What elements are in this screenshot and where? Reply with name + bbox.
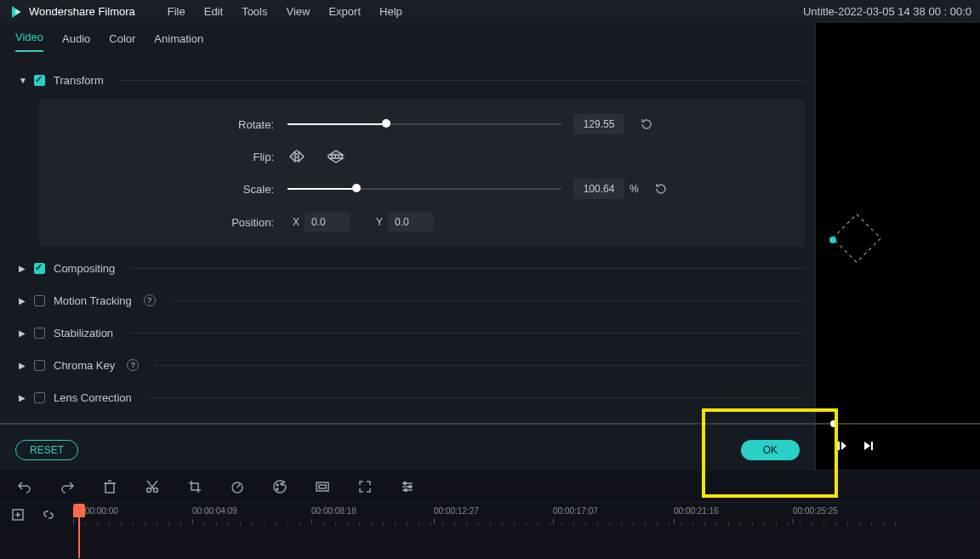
transform-checkbox[interactable] <box>34 75 45 86</box>
lens-correction-checkbox[interactable] <box>34 392 45 403</box>
timeline-tracks[interactable] <box>0 526 980 559</box>
step-forward-icon[interactable] <box>863 440 875 452</box>
play-icon[interactable] <box>835 440 847 452</box>
redo-icon[interactable] <box>60 479 75 494</box>
menu-export[interactable]: Export <box>328 5 361 18</box>
transform-card: Rotate: Flip: <box>39 99 805 247</box>
tab-animation[interactable]: Animation <box>154 32 203 52</box>
svg-rect-9 <box>871 442 873 450</box>
timeline-ruler[interactable]: 00:00:00:00 00:00:04:09 00:00:08:18 00:0… <box>0 502 980 526</box>
chroma-key-checkbox[interactable] <box>34 360 45 371</box>
position-y-label: Y <box>371 216 388 228</box>
svg-point-14 <box>276 484 278 486</box>
svg-marker-8 <box>864 442 870 450</box>
tab-video[interactable]: Video <box>15 31 43 52</box>
svg-point-20 <box>409 485 412 488</box>
tab-color[interactable]: Color <box>109 32 135 52</box>
preview-panel <box>815 23 980 470</box>
crop-icon[interactable] <box>187 479 202 494</box>
scale-label: Scale: <box>54 183 288 196</box>
speed-icon[interactable] <box>230 479 245 494</box>
chevron-right-icon[interactable]: ▶ <box>19 393 26 402</box>
scale-suffix: % <box>630 183 639 195</box>
svg-point-16 <box>276 488 278 490</box>
svg-point-5 <box>829 237 836 243</box>
svg-rect-6 <box>837 442 840 450</box>
properties-panel: Video Audio Color Animation ▼ Transform … <box>0 23 815 470</box>
ruler-tick: 00:00:12:27 <box>434 506 479 516</box>
app-logo-icon <box>9 4 24 20</box>
ruler-tick: 00:00:21:16 <box>674 506 719 516</box>
link-icon[interactable] <box>41 507 56 522</box>
reset-button[interactable]: RESET <box>15 440 78 460</box>
chevron-down-icon[interactable]: ▼ <box>19 76 26 85</box>
section-transform-label: Transform <box>54 74 104 87</box>
scale-slider[interactable] <box>288 187 561 191</box>
menu-tools[interactable]: Tools <box>242 5 267 18</box>
rotate-slider[interactable] <box>288 123 561 126</box>
section-compositing-label: Compositing <box>54 262 115 275</box>
section-motion-tracking-header[interactable]: ▶ Motion Tracking ? <box>19 284 805 317</box>
compositing-checkbox[interactable] <box>34 263 45 274</box>
ruler-tick: 00:00:04:09 <box>192 506 237 516</box>
ruler-tick: 00:00:25:25 <box>793 506 838 516</box>
section-motion-tracking-label: Motion Tracking <box>54 294 132 307</box>
cut-icon[interactable] <box>145 479 160 494</box>
svg-rect-4 <box>833 214 881 263</box>
property-tabs: Video Audio Color Animation <box>0 23 815 52</box>
section-transform-header[interactable]: ▼ Transform <box>19 64 805 96</box>
chevron-right-icon[interactable]: ▶ <box>19 264 26 273</box>
section-chroma-key-header[interactable]: ▶ Chroma Key ? <box>19 349 805 381</box>
scale-reset-icon[interactable] <box>654 182 668 196</box>
rotate-reset-icon[interactable] <box>640 117 653 131</box>
svg-point-15 <box>281 483 282 485</box>
tab-audio[interactable]: Audio <box>62 32 90 52</box>
info-icon[interactable]: ? <box>144 294 156 306</box>
menu-file[interactable]: File <box>168 5 185 18</box>
position-label: Position: <box>54 216 288 229</box>
green-screen-icon[interactable] <box>315 479 330 494</box>
preview-content[interactable] <box>823 204 891 272</box>
position-x-value[interactable] <box>305 213 350 231</box>
scale-value[interactable] <box>573 179 624 199</box>
app-title: Wondershare Filmora <box>29 5 135 18</box>
delete-icon[interactable] <box>102 479 117 494</box>
main-menu: File Edit Tools View Export Help <box>168 5 402 18</box>
flip-label: Flip: <box>54 151 288 163</box>
ruler-tick: 00:00:17:07 <box>553 506 598 516</box>
chevron-right-icon[interactable]: ▶ <box>19 361 26 370</box>
motion-tracking-checkbox[interactable] <box>34 295 45 306</box>
section-chroma-key-label: Chroma Key <box>54 359 115 372</box>
svg-rect-10 <box>105 483 114 493</box>
undo-icon[interactable] <box>17 479 32 494</box>
menu-view[interactable]: View <box>286 5 310 18</box>
flip-vertical-icon[interactable] <box>327 148 345 165</box>
settings-icon[interactable] <box>400 479 415 494</box>
ruler[interactable]: 00:00:00:00 00:00:04:09 00:00:08:18 00:0… <box>66 503 980 527</box>
preview-scrubber-thumb[interactable] <box>830 420 837 427</box>
project-name: Untitle-2022-03-05 14 38 00 : 00:0 <box>803 5 971 18</box>
svg-marker-7 <box>841 442 846 450</box>
menu-edit[interactable]: Edit <box>204 5 223 18</box>
menu-help[interactable]: Help <box>379 5 402 18</box>
chevron-right-icon[interactable]: ▶ <box>19 328 26 338</box>
add-track-icon[interactable] <box>10 507 26 522</box>
ok-button[interactable]: OK <box>741 440 800 460</box>
title-bar: Wondershare Filmora File Edit Tools View… <box>0 0 980 23</box>
properties-footer: RESET OK <box>0 431 815 470</box>
info-icon[interactable]: ? <box>127 359 139 371</box>
section-compositing-header[interactable]: ▶ Compositing <box>19 252 805 284</box>
svg-marker-1 <box>15 9 21 15</box>
rotate-value[interactable] <box>573 114 624 134</box>
section-lens-correction-header[interactable]: ▶ Lens Correction <box>19 381 805 414</box>
stabilization-checkbox[interactable] <box>34 328 45 339</box>
expand-icon[interactable] <box>357 479 373 494</box>
section-lens-correction-label: Lens Correction <box>54 391 132 404</box>
flip-horizontal-icon[interactable] <box>288 148 306 165</box>
color-icon[interactable] <box>272 479 288 494</box>
playhead-icon[interactable] <box>73 504 85 517</box>
preview-controls <box>835 440 875 452</box>
position-y-value[interactable] <box>388 213 434 231</box>
section-stabilization-header[interactable]: ▶ Stabilization <box>19 317 805 349</box>
chevron-right-icon[interactable]: ▶ <box>19 296 26 305</box>
